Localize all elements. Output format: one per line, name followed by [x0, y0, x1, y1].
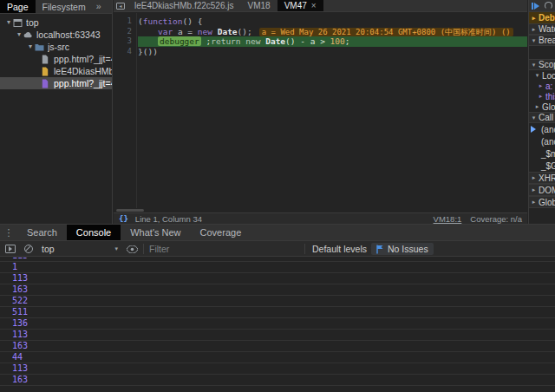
chevron-right-icon: ▸: [529, 199, 539, 206]
issues-label: No Issues: [388, 244, 428, 254]
console-message[interactable]: 113: [0, 363, 555, 375]
console-filter-input[interactable]: [149, 242, 297, 256]
call-frame[interactable]: _$GO: [529, 160, 555, 172]
call-frame[interactable]: _$mj: [529, 147, 555, 160]
editor-tab-script[interactable]: leE4DkiasHMb.f22c526.js: [127, 0, 241, 11]
tab-console[interactable]: Console: [67, 225, 121, 240]
line-number[interactable]: 1: [114, 16, 136, 27]
tab-whats-new[interactable]: What's New: [121, 225, 190, 240]
section-breakpoints[interactable]: ▾ Breakpoints: [529, 35, 555, 46]
chevron-right-icon: ▸: [532, 103, 542, 110]
console-message[interactable]: 163: [0, 375, 555, 386]
console-toolbar: top ▾ Default levels ▾ No Issues: [0, 241, 555, 257]
console-message[interactable]: 136: [0, 318, 555, 330]
console-message[interactable]: 1: [0, 262, 555, 273]
source-location-link[interactable]: VM18:1: [434, 214, 462, 224]
inline-eval-hint: a = Wed May 26 2021 20:04:54 GMT+0800 (中…: [259, 28, 513, 36]
editor-tab-vm18[interactable]: VM18: [241, 0, 278, 11]
section-watch[interactable]: ▸ Watch: [529, 23, 555, 35]
line-number-gutter[interactable]: 1 2 3 4: [114, 13, 137, 208]
scope-variable-this[interactable]: ▸ this:: [529, 91, 555, 101]
code-token: Date: [265, 36, 285, 46]
tree-item-label: leE4DkiasHMb.f22c526.js: [54, 65, 112, 77]
tree-item-label: localhost:63343: [36, 29, 101, 41]
line-number[interactable]: 2: [114, 27, 136, 37]
section-scope[interactable]: ▾ Scope: [529, 59, 555, 70]
tab-overflow-icon[interactable]: »: [93, 0, 105, 13]
tree-item-file[interactable]: leE4DkiasHMb.f22c526.js: [0, 65, 112, 77]
line-number[interactable]: 3: [114, 36, 136, 47]
chevron-down-icon: ▾: [529, 62, 539, 69]
frame-label: (anonymous): [541, 125, 555, 134]
editor-tab-vm47[interactable]: VM47×: [278, 0, 323, 11]
tab-search[interactable]: Search: [17, 225, 67, 240]
console-output[interactable]: 113 1 113 163 522 511 136 113 163 44 113…: [0, 258, 555, 392]
devtools-window: Page Filesystem » ⋮ ▾ top ▾ localhost:63…: [0, 0, 555, 392]
section-label: DOM Breakpoints: [539, 186, 555, 195]
flag-icon: [376, 245, 384, 254]
console-drawer: ⋮ Search Console What's New Coverage top…: [0, 224, 555, 392]
horizontal-scrollbar[interactable]: [116, 209, 144, 212]
scope-group-label: Local: [542, 71, 555, 81]
console-message[interactable]: 163: [0, 284, 555, 296]
drawer-tab-bar: ⋮ Search Console What's New Coverage: [0, 225, 555, 241]
section-label: Watch: [539, 24, 555, 34]
close-tab-icon[interactable]: ×: [311, 1, 317, 10]
code-editor[interactable]: 1 2 3 4 (function() { var a = new Date()…: [114, 13, 527, 208]
clear-console-icon[interactable]: [24, 245, 33, 253]
paused-label: Debugger paused: [539, 13, 555, 23]
frame-label: _$GO: [541, 161, 555, 171]
code-token: 100: [330, 36, 345, 46]
console-message[interactable]: 163: [0, 341, 555, 352]
expand-arrow-icon[interactable]: ▾: [4, 16, 13, 29]
resume-script-button[interactable]: [532, 3, 539, 10]
section-call-stack[interactable]: ▾ Call Stack: [529, 112, 555, 123]
step-over-icon[interactable]: [545, 2, 552, 10]
section-xhr-breakpoints[interactable]: ▸ XHR/fetch Breakpoints: [529, 172, 555, 184]
create-live-expression-button[interactable]: [127, 241, 138, 257]
navigator-more-menu-icon[interactable]: ⋮: [105, 0, 113, 13]
file-icon: [41, 55, 50, 64]
pretty-print-icon[interactable]: {}: [119, 214, 128, 223]
tree-item-top[interactable]: ▾ top: [0, 16, 112, 29]
issues-counter[interactable]: No Issues: [371, 243, 434, 255]
section-dom-breakpoints[interactable]: ▸ DOM Breakpoints: [529, 184, 555, 196]
code-token: ;: [201, 36, 211, 46]
section-global-listeners[interactable]: ▸ Global Listeners: [529, 196, 555, 208]
console-message[interactable]: 44: [0, 352, 555, 363]
expand-arrow-icon[interactable]: ▾: [26, 41, 35, 53]
scope-group-label: Global: [542, 102, 555, 112]
scope-variable-a[interactable]: ▸ a:: [529, 81, 555, 91]
drawer-menu-icon[interactable]: ⋮: [0, 225, 17, 240]
tree-item-localhost[interactable]: ▾ localhost:63343: [0, 29, 112, 41]
tab-coverage[interactable]: Coverage: [191, 225, 251, 240]
console-message[interactable]: 113: [0, 273, 555, 284]
chevron-down-icon: ▾: [114, 245, 118, 252]
expand-arrow-icon[interactable]: ▾: [15, 29, 23, 41]
collapse-sidebar-icon: ◂: [116, 3, 125, 10]
scope-local-group[interactable]: ▾ Local: [529, 70, 555, 81]
toolbar-divider: [143, 244, 144, 254]
tab-filesystem[interactable]: Filesystem: [36, 0, 93, 13]
console-message[interactable]: 522: [0, 296, 555, 307]
frame-label: _$mj: [541, 149, 555, 159]
tab-page[interactable]: Page: [0, 0, 36, 13]
eye-icon: [127, 245, 138, 253]
console-message[interactable]: 113: [0, 330, 555, 341]
call-frame-active[interactable]: (anonymous): [529, 123, 555, 135]
tree-item-file[interactable]: ppp.html?_jjt=4qsttt2jp5: [0, 53, 112, 65]
collapse-sidebar-button[interactable]: ◂: [114, 0, 127, 11]
tree-item-label: ppp.html?_jjt=4qsttt2jp5: [54, 53, 112, 65]
tree-item-file-selected[interactable]: ppp.html?_jjt=4qsttt2jp5: [0, 77, 112, 89]
console-message[interactable]: 511: [0, 307, 555, 318]
navigator-tab-bar: Page Filesystem » ⋮: [0, 0, 112, 14]
variable-name: a:: [545, 82, 552, 91]
execution-context-selector[interactable]: top ▾: [42, 241, 118, 257]
show-console-sidebar-button[interactable]: [5, 241, 16, 257]
scope-global-group[interactable]: ▸ Global: [529, 101, 555, 112]
line-number[interactable]: 4: [114, 47, 136, 57]
debugger-sidebar: ▸ Debugger paused ▸ Watch ▾ Breakpoints …: [528, 0, 555, 224]
log-levels-dropdown[interactable]: Default levels ▾: [312, 241, 375, 257]
tree-item-js-src[interactable]: ▾ js-src: [0, 41, 112, 53]
call-frame[interactable]: (anonymous): [529, 135, 555, 147]
